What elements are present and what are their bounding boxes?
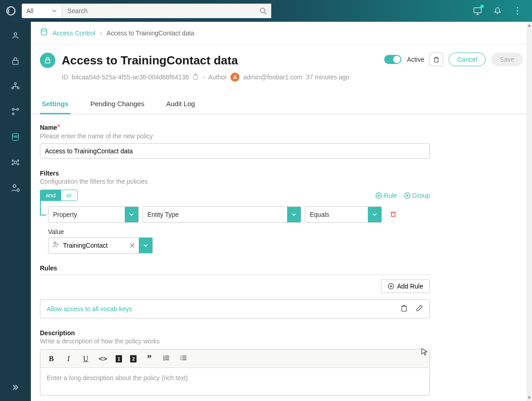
search-bar: All — [22, 4, 271, 18]
sidebar-item-1[interactable] — [9, 29, 22, 42]
separator: - — [202, 73, 205, 81]
rules-label: Rules — [40, 264, 430, 275]
add-group-link[interactable]: Group — [404, 192, 430, 199]
description-help: Write a description of how the policy wo… — [40, 337, 430, 345]
add-rule-link[interactable]: Rule — [376, 192, 397, 199]
svg-point-25 — [18, 160, 19, 161]
svg-point-29 — [17, 189, 20, 191]
sidebar-item-4[interactable] — [9, 105, 22, 118]
topbar-actions — [472, 5, 528, 16]
tab-pending-changes[interactable]: Pending Changes — [88, 94, 146, 114]
h2-button[interactable]: 2 — [130, 355, 137, 362]
scroll-down-icon[interactable]: ▼ — [526, 394, 532, 401]
save-button: Save — [491, 53, 523, 66]
clipboard-icon[interactable] — [192, 73, 199, 81]
kebab-menu-icon[interactable] — [512, 5, 523, 16]
clear-icon[interactable]: ✕ — [126, 241, 139, 250]
notification-dot — [480, 5, 484, 8]
delete-button[interactable] — [430, 53, 443, 66]
app-logo-icon[interactable] — [4, 4, 18, 18]
svg-point-23 — [14, 161, 17, 164]
svg-line-2 — [264, 12, 266, 14]
filter-entity-select[interactable]: Entity Type — [142, 206, 301, 223]
lock-badge-icon — [40, 53, 55, 68]
name-input[interactable] — [40, 143, 430, 159]
timestamp: 37 minutes ago — [306, 73, 350, 81]
tabs: Settings Pending Changes Audit Log — [31, 94, 532, 114]
filter-property-select[interactable]: Property — [48, 206, 139, 223]
cancel-button[interactable]: Cancel — [449, 53, 486, 66]
monitor-icon[interactable] — [472, 5, 483, 16]
description-editor: B I U <> 1 2 ” 123 Enter a long descript… — [40, 349, 430, 396]
underline-button[interactable]: U — [81, 355, 90, 363]
vertical-scrollbar[interactable]: ▲ ▼ — [527, 22, 532, 401]
sidebar-item-3[interactable] — [9, 80, 22, 93]
description-label: Description — [40, 329, 430, 337]
edit-rule-icon[interactable] — [416, 304, 423, 313]
code-button[interactable]: <> — [98, 354, 107, 363]
svg-point-9 — [517, 14, 518, 15]
svg-point-28 — [13, 185, 16, 187]
filter-operator-select[interactable]: Equals — [305, 206, 382, 223]
svg-text:3: 3 — [163, 358, 165, 361]
chevron-down-icon — [368, 207, 381, 222]
id-value: b4caa54d-525a-4f55-ac36-004d88f64136 — [72, 73, 189, 81]
database-icon — [40, 28, 48, 38]
svg-point-27 — [18, 164, 19, 165]
or-button[interactable]: or — [61, 190, 78, 200]
name-label: Name — [40, 124, 57, 131]
delete-filter-icon[interactable] — [390, 210, 396, 219]
sidebar-item-6[interactable] — [9, 156, 22, 169]
svg-rect-11 — [13, 60, 18, 64]
description-section: Description Write a description of how t… — [40, 329, 430, 396]
tab-audit-log[interactable]: Audit Log — [164, 94, 196, 114]
breadcrumb: Access Control › Access to TrainingConta… — [31, 22, 532, 44]
and-button[interactable]: and — [40, 190, 61, 200]
description-textarea[interactable]: Enter a long description about the polic… — [40, 368, 430, 395]
sidebar-item-user-settings[interactable] — [9, 181, 22, 194]
ordered-list-button[interactable]: 123 — [162, 354, 171, 363]
name-help: Please enter the name of the new policy — [40, 132, 430, 140]
sidebar-expand-icon[interactable] — [9, 381, 22, 394]
svg-rect-36 — [434, 58, 438, 62]
svg-point-47 — [54, 242, 56, 245]
main-content: Access Control › Access to TrainingConta… — [31, 22, 532, 401]
author-label: Author — [208, 73, 227, 81]
search-input[interactable] — [62, 4, 255, 18]
bell-icon[interactable] — [492, 5, 503, 16]
author-email: admin@foobar1.com — [243, 73, 302, 81]
filter-value-select[interactable]: TrainingContact ✕ — [48, 237, 153, 254]
svg-point-10 — [14, 33, 17, 35]
avatar: A — [230, 73, 239, 82]
value-label: Value — [48, 228, 430, 235]
quote-button[interactable]: ” — [145, 353, 154, 364]
svg-point-7 — [517, 7, 518, 9]
svg-rect-45 — [391, 212, 395, 216]
tab-settings[interactable]: Settings — [40, 94, 70, 114]
h1-button[interactable]: 1 — [116, 355, 122, 362]
svg-point-8 — [517, 10, 518, 12]
chevron-down-icon — [52, 8, 57, 14]
rule-text[interactable]: Allow access to all vocab keys — [47, 305, 400, 313]
svg-point-26 — [12, 164, 14, 165]
chevron-right-icon: › — [100, 29, 102, 37]
add-rule-button[interactable]: Add Rule — [381, 279, 430, 293]
search-scope-dropdown[interactable]: All — [22, 4, 62, 18]
svg-point-19 — [12, 113, 14, 115]
delete-rule-icon[interactable] — [400, 304, 408, 313]
italic-button[interactable]: I — [64, 355, 73, 363]
required-marker: * — [57, 123, 60, 131]
sidebar-item-active[interactable] — [9, 131, 22, 143]
svg-rect-53 — [402, 306, 406, 311]
rule-item: Allow access to all vocab keys — [40, 299, 430, 318]
svg-point-17 — [12, 108, 14, 110]
breadcrumb-parent[interactable]: Access Control — [53, 29, 95, 37]
scroll-up-icon[interactable]: ▲ — [526, 22, 532, 29]
person-add-icon — [49, 241, 63, 250]
active-toggle[interactable] — [384, 55, 401, 64]
bold-button[interactable]: B — [47, 355, 56, 363]
sidebar-item-lock[interactable] — [9, 54, 22, 67]
unordered-list-button[interactable] — [179, 354, 188, 363]
search-button[interactable] — [255, 4, 271, 18]
filters-label: Filters — [40, 170, 430, 177]
